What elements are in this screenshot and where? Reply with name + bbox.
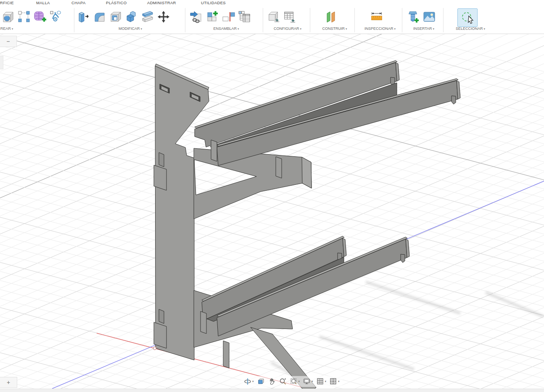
group-label-crear[interactable]: REAR▾: [0, 26, 24, 31]
pan-icon[interactable]: [267, 377, 277, 386]
group-insertar: INSERTAR▾: [404, 6, 443, 33]
measure-icon[interactable]: [369, 8, 385, 25]
shell-icon[interactable]: [108, 8, 124, 25]
bom-icon[interactable]: [236, 8, 252, 25]
display-settings-icon[interactable]: ▾: [302, 377, 314, 386]
create-sketch-icon[interactable]: [16, 8, 32, 25]
group-ensamblar: ENSAMBLAR▾: [188, 6, 263, 33]
chevron-down-icon: ▾: [12, 27, 13, 30]
group-label-configurar[interactable]: CONFIGURAR▾: [271, 26, 304, 31]
split-body-icon[interactable]: [140, 8, 156, 25]
group-inspeccionar: INSPECCIONAR▾: [357, 6, 402, 33]
group-label-modificar[interactable]: MODIFICAR▾: [114, 26, 147, 31]
group-label-insertar[interactable]: INSERTAR▾: [407, 26, 441, 31]
configuration-icon[interactable]: [266, 8, 282, 25]
chevron-down-icon: ▾: [433, 27, 435, 30]
origin-marker: [153, 347, 156, 350]
group-seleccionar: SELECCIONAR▾: [448, 6, 494, 33]
group-label-ensamblar[interactable]: ENSAMBLAR▾: [209, 26, 243, 31]
chevron-down-icon: ▾: [238, 27, 239, 30]
insert-mesh-icon[interactable]: [32, 8, 48, 25]
insert-canvas-icon[interactable]: [421, 8, 437, 25]
browser-collapse-button[interactable]: −: [0, 36, 17, 47]
chevron-down-icon: ▾: [300, 27, 301, 30]
chevron-down-icon: ▾: [252, 380, 254, 383]
tab-malla[interactable]: MALLA: [36, 0, 50, 5]
press-pull-icon[interactable]: [76, 8, 92, 25]
grid-settings-icon[interactable]: ▾: [315, 377, 328, 386]
group-crear: REAR▾: [0, 6, 74, 33]
generative-design-icon[interactable]: [48, 8, 64, 25]
chevron-down-icon: ▾: [484, 27, 486, 30]
group-label-construir[interactable]: CONSTRUIR▾: [318, 26, 351, 31]
look-at-icon[interactable]: [256, 377, 266, 386]
upper-arm-endcap: [302, 157, 312, 188]
viewports-icon[interactable]: ▾: [328, 377, 341, 386]
left-edge-handle[interactable]: [0, 56, 3, 69]
chevron-down-icon: ▾: [298, 380, 300, 383]
fillet-icon[interactable]: [92, 8, 108, 25]
lower-rail-far-hook: [401, 254, 405, 263]
ribbon-tab-row: RFICIE MALLA CHAPA PLÁSTICO ADMINISTRAR …: [0, 0, 544, 6]
tab-administrar[interactable]: ADMINISTRAR: [147, 0, 176, 5]
move-icon[interactable]: [156, 8, 172, 25]
chevron-down-icon: ▾: [312, 380, 313, 383]
group-label-inspeccionar[interactable]: INSPECCIONAR▾: [362, 26, 398, 31]
orbit-icon[interactable]: ▾: [243, 377, 255, 386]
tab-chapa[interactable]: CHAPA: [71, 0, 86, 5]
chevron-down-icon: ▾: [394, 27, 396, 30]
ribbon-toolbar: REAR▾: [0, 6, 544, 34]
lower-rail-far-top: [217, 237, 407, 317]
timeline-bar[interactable]: [0, 389, 544, 392]
navigation-bar: ▾ ▾ ▾ ▾: [241, 376, 343, 387]
fit-icon[interactable]: ▾: [289, 377, 301, 386]
combine-icon[interactable]: [124, 8, 140, 25]
group-configurar: CONFIGURAR▾: [266, 6, 310, 33]
joint-icon[interactable]: [220, 8, 236, 25]
insert-derive-icon[interactable]: [188, 8, 204, 25]
group-label-seleccionar[interactable]: SELECCIONAR▾: [451, 26, 490, 31]
viewport-scene: [0, 34, 544, 389]
add-document-tab-button[interactable]: +: [0, 377, 17, 388]
new-component-icon[interactable]: [204, 8, 220, 25]
group-modificar: MODIFICAR▾: [76, 6, 185, 33]
fusion360-window: RFICIE MALLA CHAPA PLÁSTICO ADMINISTRAR …: [0, 0, 544, 392]
tab-utilidades[interactable]: UTILIDADES: [201, 0, 226, 5]
zoom-icon[interactable]: [278, 377, 288, 386]
chevron-down-icon: ▾: [338, 380, 340, 383]
insert-fastener-icon[interactable]: [405, 8, 421, 25]
chevron-down-icon: ▾: [140, 27, 142, 30]
tab-superficie[interactable]: RFICIE: [0, 0, 14, 5]
chevron-down-icon: ▾: [325, 380, 327, 383]
construct-plane-icon[interactable]: [323, 8, 339, 25]
create-form-icon[interactable]: [0, 8, 16, 25]
configuration-table-icon[interactable]: [282, 8, 298, 25]
group-construir: CONSTRUIR▾: [314, 6, 354, 33]
viewport-canvas[interactable]: − + ▾ ▾ ▾: [0, 34, 544, 389]
tab-plastico[interactable]: PLÁSTICO: [106, 0, 127, 5]
select-icon[interactable]: [457, 8, 478, 27]
chevron-down-icon: ▾: [346, 27, 347, 30]
